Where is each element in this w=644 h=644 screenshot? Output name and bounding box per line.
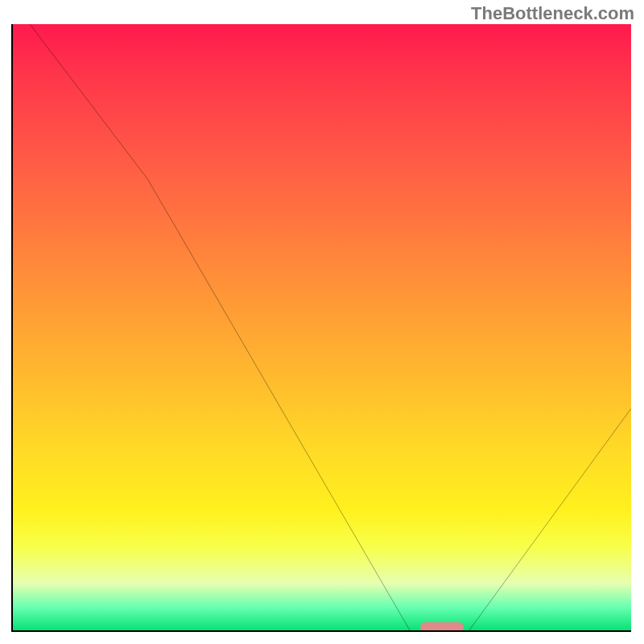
optimal-range-marker [420,622,464,632]
chart-container [11,24,631,632]
bottleneck-curve [11,24,631,632]
plot-area [11,24,631,632]
watermark-text: TheBottleneck.com [471,3,634,24]
